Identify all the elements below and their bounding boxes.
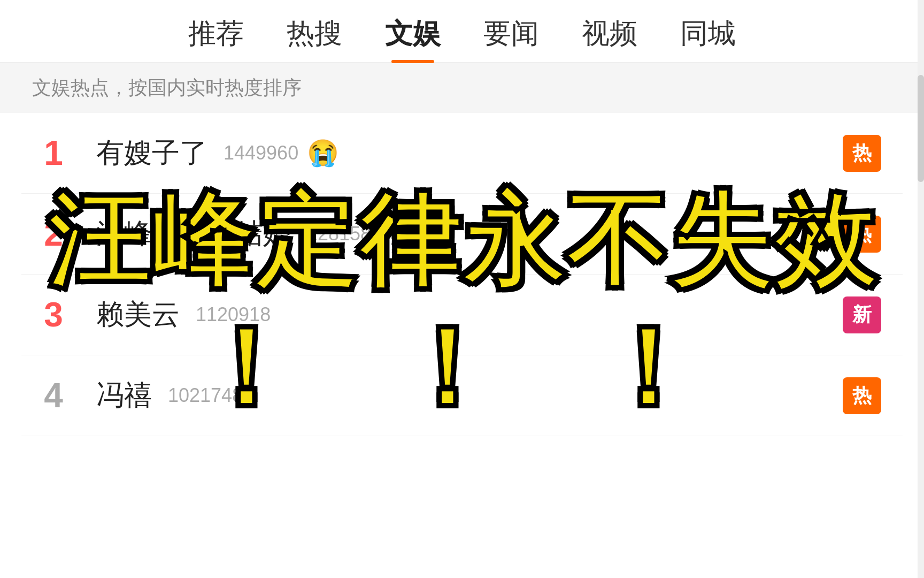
rank-number: 3: [32, 295, 75, 334]
item-count: 1281583: [307, 223, 382, 245]
list-item[interactable]: 2 汪峰女朋友结婚 1281583 热: [21, 194, 903, 275]
hot-badge: 热: [843, 135, 881, 172]
list-item[interactable]: 3 赖美云 1120918 新: [21, 275, 903, 355]
rank-number: 4: [32, 376, 75, 415]
item-emoji: 😭: [307, 138, 339, 168]
tab-tongcheng[interactable]: 同城: [680, 15, 736, 62]
item-count: 1449960: [224, 142, 298, 164]
tab-wenyu[interactable]: 文娱: [385, 15, 441, 62]
rank-number: 2: [32, 214, 75, 254]
tab-yaoweng[interactable]: 要闻: [483, 15, 539, 62]
item-title: 赖美云: [96, 296, 180, 333]
tab-shipin[interactable]: 视频: [582, 15, 637, 62]
list-item[interactable]: 1 有嫂子了 1449960 😭 热: [21, 113, 903, 194]
list-item[interactable]: 4 冯禧 1021748 热: [21, 355, 903, 436]
nav-tabs: 推荐 热搜 文娱 要闻 视频 同城: [0, 0, 924, 63]
subtitle-text: 文娱热点，按国内实时热度排序: [32, 77, 302, 98]
new-badge: 新: [843, 296, 881, 333]
subtitle-bar: 文娱热点，按国内实时热度排序: [0, 63, 924, 113]
item-title: 有嫂子了: [96, 134, 207, 172]
item-title: 汪峰女朋友结婚: [96, 215, 291, 253]
trending-list: 1 有嫂子了 1449960 😭 热 2 汪峰女朋友结婚 1281583 热 3…: [0, 113, 924, 436]
tab-tuijian[interactable]: 推荐: [188, 15, 244, 62]
item-count: 1120918: [196, 303, 271, 326]
scrollbar-thumb: [918, 75, 924, 182]
tab-resou[interactable]: 热搜: [287, 15, 342, 62]
rank-number: 1: [32, 133, 75, 173]
scrollbar[interactable]: [918, 0, 924, 578]
item-count: 1021748: [168, 384, 243, 407]
hot-badge: 热: [843, 216, 881, 253]
hot-badge: 热: [843, 377, 881, 414]
item-title: 冯禧: [96, 377, 152, 414]
